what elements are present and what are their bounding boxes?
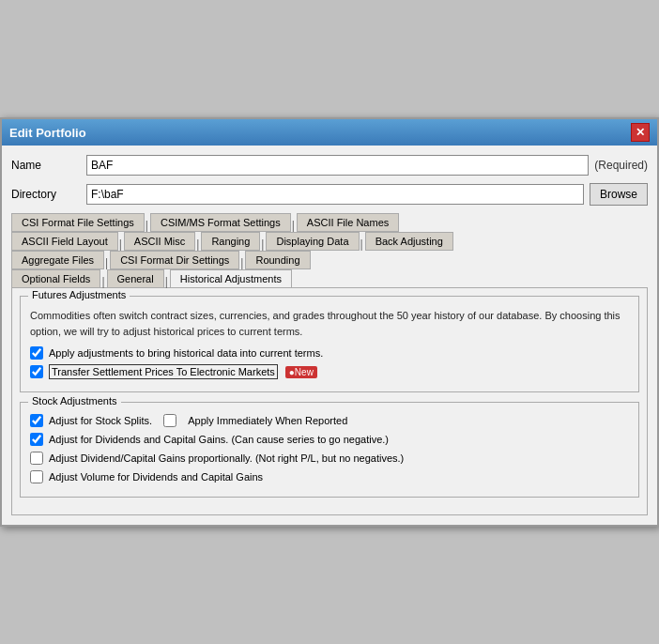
futures-checkbox-2-label: Transfer Settlement Prices To Electronic…: [49, 366, 278, 377]
dividend-proportionally-checkbox[interactable]: [30, 452, 43, 465]
directory-row: Directory Browse: [11, 183, 648, 206]
title-bar: Edit Portfolio ✕: [2, 119, 657, 146]
edit-portfolio-window: Edit Portfolio ✕ Name (Required) Directo…: [0, 117, 659, 527]
apply-immediately-label: Apply Immediately When Reported: [188, 415, 347, 426]
tab-back-adjusting[interactable]: Back Adjusting: [365, 232, 453, 251]
apply-immediately-checkbox[interactable]: [163, 414, 176, 427]
tab-general[interactable]: General: [107, 269, 164, 288]
tab-csim-ms-format-settings[interactable]: CSIM/MS Format Settings: [150, 213, 291, 232]
name-row: Name (Required): [11, 155, 648, 176]
dividends-capital-gains-checkbox[interactable]: [30, 433, 43, 446]
futures-checkbox-1-label: Apply adjustments to bring historical da…: [49, 347, 323, 359]
stock-checkbox-1-row: Adjust for Stock Splits. Apply Immediate…: [30, 414, 629, 427]
futures-checkbox-2[interactable]: [30, 365, 43, 378]
tab-row-3: Aggregate Files | CSI Format Dir Setting…: [11, 251, 648, 269]
futures-checkbox-2-highlighted: Transfer Settlement Prices To Electronic…: [49, 364, 278, 379]
adjust-volume-label: Adjust Volume for Dividends and Capital …: [49, 471, 263, 483]
stock-group-title: Stock Adjustments: [28, 395, 121, 406]
directory-input[interactable]: [86, 184, 584, 205]
tab-csi-format-dir-settings[interactable]: CSI Format Dir Settings: [110, 251, 239, 269]
tab-ascii-misc[interactable]: ASCII Misc: [124, 232, 195, 251]
dividend-proportionally-label: Adjust Dividend/Capital Gains proportion…: [49, 452, 404, 464]
futures-checkbox-1[interactable]: [30, 346, 43, 360]
tab-optional-fields[interactable]: Optional Fields: [11, 269, 100, 288]
futures-checkbox-2-row: Transfer Settlement Prices To Electronic…: [30, 365, 629, 378]
stock-splits-label: Adjust for Stock Splits.: [49, 415, 152, 426]
futures-description: Commodities often switch contract sizes,…: [30, 308, 629, 339]
tabs-area: CSI Format File Settings | CSIM/MS Forma…: [11, 213, 648, 288]
content-area: Futures Adjustments Commodities often sw…: [11, 287, 648, 515]
tab-row-4: Optional Fields | General | Historical A…: [11, 269, 648, 288]
directory-label: Directory: [11, 188, 86, 201]
tab-ascii-file-names[interactable]: ASCII File Names: [297, 213, 399, 232]
adjust-volume-checkbox[interactable]: [30, 470, 43, 483]
dividends-capital-gains-label: Adjust for Dividends and Capital Gains. …: [49, 434, 389, 445]
tab-ascii-field-layout[interactable]: ASCII Field Layout: [11, 232, 118, 251]
close-button[interactable]: ✕: [631, 123, 650, 142]
stock-adjustments-group: Stock Adjustments Adjust for Stock Split…: [20, 402, 639, 498]
tab-displaying-data[interactable]: Displaying Data: [266, 232, 359, 251]
tab-ranging[interactable]: Ranging: [201, 232, 260, 251]
name-required: (Required): [594, 159, 648, 172]
window-title: Edit Portfolio: [9, 126, 86, 140]
tab-historical-adjustments[interactable]: Historical Adjustments: [170, 269, 292, 288]
tab-aggregate-files[interactable]: Aggregate Files: [11, 251, 104, 269]
stock-checkbox-4-row: Adjust Dividend/Capital Gains proportion…: [30, 452, 629, 465]
tab-csi-format-file-settings[interactable]: CSI Format File Settings: [11, 213, 145, 232]
tab-row-2: ASCII Field Layout | ASCII Misc | Rangin…: [11, 232, 648, 251]
stock-checkbox-3-row: Adjust for Dividends and Capital Gains. …: [30, 433, 629, 446]
name-label: Name: [11, 159, 86, 172]
browse-button[interactable]: Browse: [590, 183, 648, 206]
futures-group-title: Futures Adjustments: [28, 289, 130, 300]
futures-adjustments-group: Futures Adjustments Commodities often sw…: [20, 296, 639, 392]
tab-row-1: CSI Format File Settings | CSIM/MS Forma…: [11, 213, 648, 232]
futures-checkbox-1-row: Apply adjustments to bring historical da…: [30, 346, 629, 360]
tab-rounding[interactable]: Rounding: [245, 251, 310, 269]
new-badge: ●New: [285, 366, 317, 378]
name-input[interactable]: [86, 155, 589, 176]
stock-splits-checkbox[interactable]: [30, 414, 43, 427]
stock-checkbox-5-row: Adjust Volume for Dividends and Capital …: [30, 470, 629, 483]
